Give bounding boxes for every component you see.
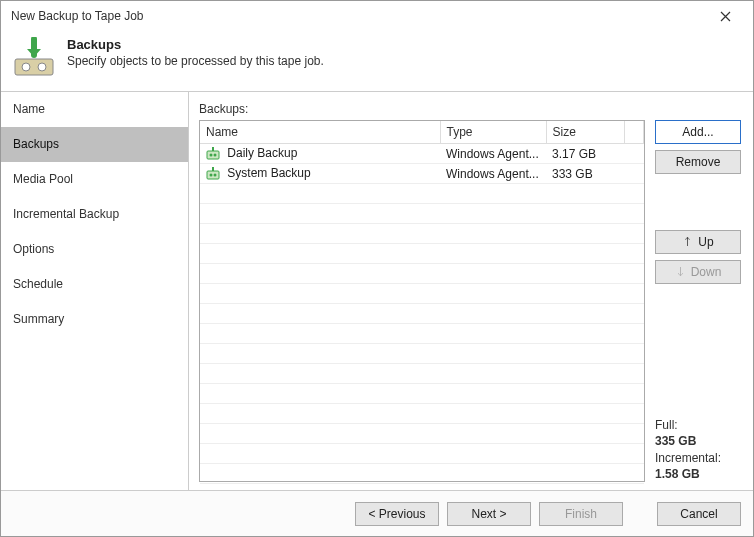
table-row: [200, 264, 644, 284]
footer: < Previous Next > Finish Cancel: [1, 490, 753, 536]
table-row: [200, 384, 644, 404]
column-type[interactable]: Type: [440, 121, 546, 144]
previous-button[interactable]: < Previous: [355, 502, 439, 526]
table-row: [200, 304, 644, 324]
table-row: [200, 244, 644, 264]
sidebar-item-backups[interactable]: Backups: [1, 127, 188, 162]
down-button[interactable]: 🡓 Down: [655, 260, 741, 284]
up-button[interactable]: 🡑 Up: [655, 230, 741, 254]
svg-rect-3: [207, 151, 219, 159]
incremental-value: 1.58 GB: [655, 466, 741, 482]
finish-button: Finish: [539, 502, 623, 526]
dialog-window: New Backup to Tape Job Backups Specify o…: [0, 0, 754, 537]
tape-icon: [13, 37, 55, 79]
page-subtitle: Specify objects to be processed by this …: [67, 54, 324, 68]
table-row: [200, 444, 644, 464]
close-button[interactable]: [705, 2, 745, 30]
table-row: [200, 324, 644, 344]
table-row: [200, 284, 644, 304]
table-row: [200, 464, 644, 484]
table-row: [200, 184, 644, 204]
svg-rect-0: [15, 59, 53, 75]
cell-size: 333 GB: [546, 164, 624, 184]
page-title: Backups: [67, 37, 324, 52]
list-label: Backups:: [199, 102, 741, 116]
svg-point-5: [214, 153, 217, 156]
remove-button[interactable]: Remove: [655, 150, 741, 174]
close-icon: [720, 11, 731, 22]
sidebar-item-options[interactable]: Options: [1, 232, 188, 267]
backups-grid[interactable]: Name Type Size: [199, 120, 645, 482]
header: Backups Specify objects to be processed …: [1, 31, 753, 91]
svg-point-7: [210, 173, 213, 176]
table-row[interactable]: System Backup Windows Agent... 333 GB: [200, 164, 644, 184]
column-name[interactable]: Name: [200, 121, 440, 144]
full-value: 335 GB: [655, 433, 741, 449]
header-text: Backups Specify objects to be processed …: [67, 37, 324, 68]
body: Name Backups Media Pool Incremental Back…: [1, 91, 753, 490]
button-column: Add... Remove 🡑 Up 🡓 Down Full: 335 GB: [655, 120, 741, 482]
svg-point-1: [22, 63, 30, 71]
sidebar: Name Backups Media Pool Incremental Back…: [1, 92, 189, 490]
cell-name: System Backup: [227, 166, 310, 180]
column-rest: [624, 121, 644, 144]
sidebar-item-incremental-backup[interactable]: Incremental Backup: [1, 197, 188, 232]
sidebar-item-schedule[interactable]: Schedule: [1, 267, 188, 302]
sidebar-item-name[interactable]: Name: [1, 92, 188, 127]
titlebar: New Backup to Tape Job: [1, 1, 753, 31]
full-label: Full:: [655, 417, 741, 433]
backup-job-icon: [206, 167, 220, 181]
cancel-button[interactable]: Cancel: [657, 502, 741, 526]
svg-point-8: [214, 173, 217, 176]
svg-rect-6: [207, 171, 219, 179]
svg-point-4: [210, 153, 213, 156]
column-size[interactable]: Size: [546, 121, 624, 144]
cell-type: Windows Agent...: [440, 164, 546, 184]
backup-job-icon: [206, 147, 220, 161]
add-button[interactable]: Add...: [655, 120, 741, 144]
table-row: [200, 424, 644, 444]
next-button[interactable]: Next >: [447, 502, 531, 526]
window-title: New Backup to Tape Job: [11, 9, 144, 23]
main: Backups: Name Type Size: [189, 92, 753, 490]
sidebar-item-summary[interactable]: Summary: [1, 302, 188, 337]
arrow-down-icon: 🡓: [675, 267, 686, 278]
sidebar-item-media-pool[interactable]: Media Pool: [1, 162, 188, 197]
cell-name: Daily Backup: [227, 146, 297, 160]
main-row: Name Type Size: [199, 120, 741, 482]
table-header: Name Type Size: [200, 121, 644, 144]
cell-type: Windows Agent...: [440, 144, 546, 164]
incremental-label: Incremental:: [655, 450, 741, 466]
table-row: [200, 404, 644, 424]
svg-point-2: [38, 63, 46, 71]
table-row[interactable]: Daily Backup Windows Agent... 3.17 GB: [200, 144, 644, 164]
table-row: [200, 204, 644, 224]
table-row: [200, 364, 644, 384]
cell-size: 3.17 GB: [546, 144, 624, 164]
table-row: [200, 344, 644, 364]
size-summary: Full: 335 GB Incremental: 1.58 GB: [655, 417, 741, 482]
arrow-up-icon: 🡑: [682, 237, 693, 248]
table-row: [200, 224, 644, 244]
